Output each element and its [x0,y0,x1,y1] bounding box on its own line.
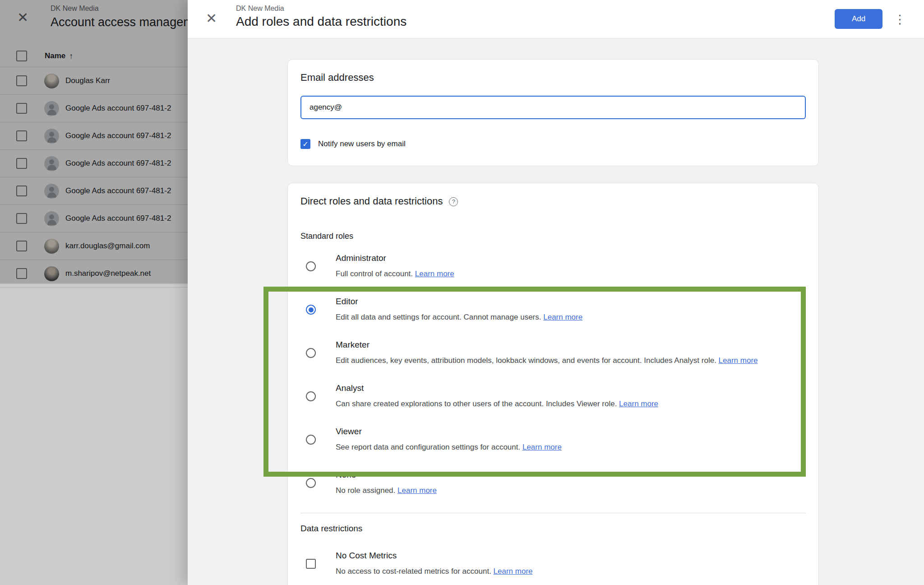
table-row[interactable]: Douglas Karr [0,67,188,95]
row-checkbox[interactable] [16,241,27,251]
select-all-checkbox[interactable] [16,51,27,61]
table-row[interactable]: Google Ads account 697-481-2 [0,177,188,205]
email-input[interactable] [300,96,806,119]
user-name: karr.douglas@gmail.com [65,241,150,251]
role-name: Analyst [336,383,658,394]
role-option-none[interactable]: NoneNo role assigned. Learn more [300,469,806,497]
row-checkbox[interactable] [16,75,27,86]
user-name: Google Ads account 697-481-2 [65,104,171,113]
radio-dot [309,307,314,312]
row-checkbox[interactable] [16,268,27,279]
role-option-editor[interactable]: EditorEdit all data and settings for acc… [300,296,806,323]
table-row[interactable]: Google Ads account 697-481-2 [0,95,188,122]
user-name: m.sharipov@netpeak.net [65,269,151,278]
user-name: Google Ads account 697-481-2 [65,131,171,140]
dialog-content: Email addresses ✓ Notify new users by em… [188,38,924,585]
role-option-viewer[interactable]: ViewerSee report data and configuration … [300,426,806,453]
roles-card-title: Direct roles and data restrictions? [300,195,806,208]
learn-more-link[interactable]: Learn more [397,486,437,495]
radio-dot [309,394,314,399]
role-description: No role assigned. Learn more [336,484,437,497]
avatar [44,211,59,226]
row-checkbox[interactable] [16,130,27,141]
dialog-header: ✕ DK New Media Add roles and data restri… [188,0,924,38]
add-button[interactable]: Add [835,9,882,29]
restriction-name: No Cost Metrics [336,550,533,561]
close-icon[interactable]: ✕ [206,12,217,25]
learn-more-link[interactable]: Learn more [619,399,658,408]
avatar [44,74,59,88]
email-card-title: Email addresses [300,71,806,84]
avatar [44,156,59,171]
standard-roles-label: Standard roles [300,231,806,241]
table-row[interactable]: karr.douglas@gmail.com [0,232,188,260]
add-roles-dialog: ✕ DK New Media Add roles and data restri… [188,0,924,585]
row-checkbox[interactable] [16,103,27,114]
row-checkbox[interactable] [16,158,27,169]
sort-ascending-icon[interactable]: ↑ [69,51,73,61]
avatar [44,239,59,254]
standard-roles-list: AdministratorFull control of account. Le… [300,253,806,497]
name-column-header[interactable]: Name [45,51,65,60]
divider [300,513,806,513]
panel-title: Account access management [51,15,188,29]
role-name: Viewer [336,426,562,437]
data-restrictions-list: No Cost MetricsNo access to cost-related… [300,550,806,577]
user-name: Google Ads account 697-481-2 [65,159,171,168]
user-name: Douglas Karr [65,76,110,85]
radio-button[interactable] [306,305,316,315]
role-option-administrator[interactable]: AdministratorFull control of account. Le… [300,253,806,280]
data-restrictions-label: Data restrictions [300,523,806,534]
user-table: Douglas KarrGoogle Ads account 697-481-2… [0,67,188,288]
row-checkbox[interactable] [16,186,27,196]
user-name: Google Ads account 697-481-2 [65,214,171,223]
email-addresses-card: Email addresses ✓ Notify new users by em… [287,59,819,166]
notify-row[interactable]: ✓ Notify new users by email [300,139,806,149]
table-row[interactable]: Google Ads account 697-481-2 [0,205,188,232]
avatar [44,266,59,281]
role-name: None [336,469,437,480]
role-description: Full control of account. Learn more [336,268,454,280]
avatar [44,101,59,116]
help-icon[interactable]: ? [449,197,458,206]
radio-button[interactable] [306,261,316,271]
role-description: Edit all data and settings for account. … [336,311,582,323]
radio-dot [309,437,314,442]
radio-button[interactable] [306,435,316,445]
radio-dot [309,264,314,269]
radio-button[interactable] [306,391,316,401]
restriction-option-no-cost-metrics[interactable]: No Cost MetricsNo access to cost-related… [300,550,806,577]
learn-more-link[interactable]: Learn more [522,443,562,451]
table-row[interactable]: m.sharipov@netpeak.net [0,260,188,288]
role-option-marketer[interactable]: MarketerEdit audiences, key events, attr… [300,339,806,367]
notify-checkbox[interactable]: ✓ [300,139,310,149]
close-icon[interactable]: ✕ [17,11,28,24]
role-description: See report data and configuration settin… [336,441,562,453]
role-name: Marketer [336,339,758,350]
account-name-label: DK New Media [236,5,284,13]
avatar [44,184,59,199]
restriction-checkbox[interactable] [306,559,316,569]
radio-button[interactable] [306,348,316,358]
row-checkbox[interactable] [16,213,27,224]
role-description: Edit audiences, key events, attribution … [336,354,758,367]
more-options-icon[interactable]: ⋮ [891,11,909,28]
learn-more-link[interactable]: Learn more [415,269,454,278]
radio-dot [309,351,314,356]
radio-dot [309,481,314,486]
notify-label: Notify new users by email [318,139,406,149]
role-description: No access to cost-related metrics for ac… [336,565,533,577]
roles-card-title-text: Direct roles and data restrictions [300,195,443,207]
account-access-panel: ✕ DK New Media Account access management… [0,0,188,585]
learn-more-link[interactable]: Learn more [543,313,582,321]
learn-more-link[interactable]: Learn more [494,567,533,576]
learn-more-link[interactable]: Learn more [719,356,758,365]
table-row[interactable]: Google Ads account 697-481-2 [0,150,188,177]
role-option-analyst[interactable]: AnalystCan share created explorations to… [300,383,806,410]
radio-button[interactable] [306,478,316,488]
role-name: Editor [336,296,582,307]
roles-card: Direct roles and data restrictions? Stan… [287,183,819,585]
table-row[interactable]: Google Ads account 697-481-2 [0,122,188,150]
user-name: Google Ads account 697-481-2 [65,186,171,195]
role-description: Can share created explorations to other … [336,398,658,410]
